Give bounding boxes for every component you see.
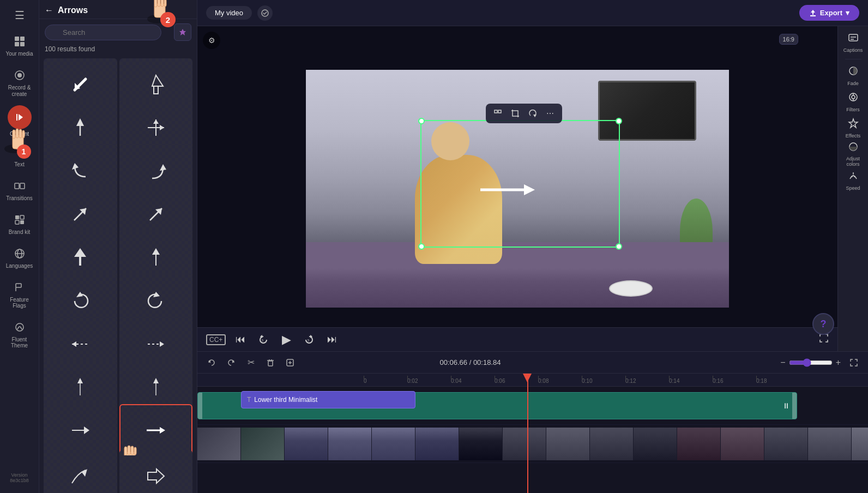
sidebar-label-languages: Languages xyxy=(6,263,33,269)
thumb-frame-13 xyxy=(764,428,808,460)
speed-icon xyxy=(848,170,859,184)
trash-button[interactable] xyxy=(263,355,278,370)
panel-header: ← Arrows 2 xyxy=(39,0,197,19)
sidebar-item-brand-kit[interactable]: Brand kit xyxy=(3,208,37,239)
thumb-frame-1 xyxy=(241,428,285,460)
search-input[interactable] xyxy=(45,25,161,40)
sidebar-item-transitions[interactable]: Transitions xyxy=(3,174,37,206)
clip-handle-left[interactable] xyxy=(198,393,202,419)
left-sidebar: ☰ Your media Record &create Content xyxy=(0,0,39,493)
video-title-tab[interactable]: My video xyxy=(206,6,252,20)
svg-rect-19 xyxy=(15,220,19,224)
arrow-cell-17[interactable] xyxy=(44,404,117,456)
help-button[interactable]: ? xyxy=(812,313,834,335)
right-panel-fade[interactable]: Fade xyxy=(841,64,865,88)
right-panel-effects[interactable]: Effects xyxy=(841,116,865,140)
svg-marker-50 xyxy=(74,248,86,257)
right-panel: Captions Fade Filters Effects xyxy=(837,26,868,351)
zoom-controls: − + xyxy=(780,355,861,370)
undo-button[interactable] xyxy=(204,355,219,370)
captions-icon xyxy=(848,32,859,46)
handle-top-right[interactable] xyxy=(616,118,622,124)
redo-button[interactable] xyxy=(224,355,239,370)
play-pause-button[interactable]: ▶ xyxy=(278,332,294,348)
arrow-cell-18-selected[interactable]: 3 xyxy=(119,404,193,456)
right-panel-captions[interactable]: Captions xyxy=(841,31,865,55)
zoom-out-button[interactable]: − xyxy=(780,358,785,368)
ruler-mark-8: 0:16 xyxy=(713,378,756,384)
arrow-down-left xyxy=(67,71,94,98)
sidebar-item-record-create[interactable]: Record &create xyxy=(3,63,37,102)
top-bar: My video Export ▾ xyxy=(197,0,868,26)
zoom-slider[interactable] xyxy=(789,358,833,367)
export-button[interactable]: Export ▾ xyxy=(799,5,859,21)
thumb-frame-3 xyxy=(328,428,372,460)
sidebar-item-text[interactable]: T Text xyxy=(3,140,37,172)
ruler-mark-3: 0:06 xyxy=(495,378,538,384)
svg-marker-6 xyxy=(19,114,23,121)
effects-icon xyxy=(848,118,859,131)
player-controls: CC+ ⏮ 5 ▶ 5 ⏭ xyxy=(197,327,837,351)
back-button[interactable]: ← xyxy=(45,5,53,15)
aspect-ratio-button[interactable]: 16:9 xyxy=(779,34,798,45)
premium-filter-button[interactable] xyxy=(174,23,191,41)
timeline-ruler: 0 0:02 0:04 0:06 0:08 0:10 0:12 0:14 0:1… xyxy=(197,374,868,387)
scissors-button[interactable]: ✂ xyxy=(243,355,258,370)
sidebar-item-languages[interactable]: Languages xyxy=(3,242,37,273)
sidebar-label-fluent-theme: FluentTheme xyxy=(11,336,28,348)
add-media-button[interactable] xyxy=(282,355,298,370)
svg-marker-60 xyxy=(77,378,83,383)
thumbnail-strip-row xyxy=(197,425,868,463)
ruler-mark-4: 0:08 xyxy=(538,378,582,384)
thumb-frame-0 xyxy=(197,428,241,460)
svg-marker-64 xyxy=(84,426,89,434)
svg-rect-81 xyxy=(495,110,497,113)
lower-third-clip[interactable]: T Lower third Minimalist xyxy=(241,391,415,408)
zoom-in-button[interactable]: + xyxy=(836,358,841,368)
sidebar-item-your-media[interactable]: Your media xyxy=(3,29,37,61)
filters-icon xyxy=(848,92,859,105)
rewind-5s-button[interactable]: 5 xyxy=(255,332,272,348)
floating-crop-btn[interactable] xyxy=(508,106,523,121)
cc-button[interactable]: CC+ xyxy=(206,334,226,345)
floating-rotate-btn[interactable] xyxy=(525,106,540,121)
adjust-colors-label: Adjustcolors xyxy=(846,157,860,167)
sidebar-label-brand-kit: Brand kit xyxy=(9,229,30,235)
playhead-line[interactable] xyxy=(527,374,528,493)
right-panel-speed[interactable]: Speed xyxy=(841,169,865,193)
handle-bottom-left[interactable] xyxy=(418,243,425,250)
filters-label: Filters xyxy=(846,107,860,112)
ruler-mark-2: 0:04 xyxy=(451,378,495,384)
clip-handle-right[interactable] xyxy=(792,393,797,419)
brand-kit-icon xyxy=(12,212,27,227)
handle-top-left[interactable] xyxy=(418,118,425,124)
svg-marker-58 xyxy=(160,341,164,347)
arrow-in-video[interactable] xyxy=(475,179,540,205)
floating-expand-btn[interactable] xyxy=(490,106,505,121)
svg-rect-18 xyxy=(20,215,24,219)
skip-back-button[interactable]: ⏮ xyxy=(232,332,249,348)
right-panel-filters[interactable]: Filters xyxy=(841,90,865,114)
preview-gear-button[interactable]: ⚙ xyxy=(203,32,220,49)
ruler-mark-0: 0 xyxy=(364,378,407,384)
fit-to-window-button[interactable] xyxy=(846,355,861,370)
fullscreen-button[interactable] xyxy=(819,333,829,346)
arrow-cell-19[interactable] xyxy=(44,450,117,493)
sidebar-item-feature-flags[interactable]: FeatureFlags xyxy=(3,275,37,313)
right-panel-adjust-colors[interactable]: Adjustcolors xyxy=(841,142,865,166)
svg-text:5: 5 xyxy=(262,339,264,342)
sidebar-item-content[interactable] xyxy=(8,105,32,129)
hamburger-menu[interactable]: ☰ xyxy=(9,4,31,26)
skip-forward-button[interactable]: ⏭ xyxy=(324,332,340,348)
forward-5s-button[interactable]: 5 xyxy=(301,332,317,348)
save-status-button[interactable] xyxy=(257,5,273,21)
svg-marker-80 xyxy=(524,184,535,195)
svg-marker-42 xyxy=(153,119,159,124)
handle-bottom-right[interactable] xyxy=(616,243,622,250)
floating-more-btn[interactable]: ⋯ xyxy=(542,106,558,121)
fade-icon xyxy=(848,65,859,79)
sidebar-item-fluent-theme[interactable]: FluentTheme xyxy=(3,315,37,353)
thumb-frame-5 xyxy=(415,428,459,460)
arrow-cell-20[interactable] xyxy=(119,450,193,493)
lower-third-clip-icon: T xyxy=(247,396,251,404)
